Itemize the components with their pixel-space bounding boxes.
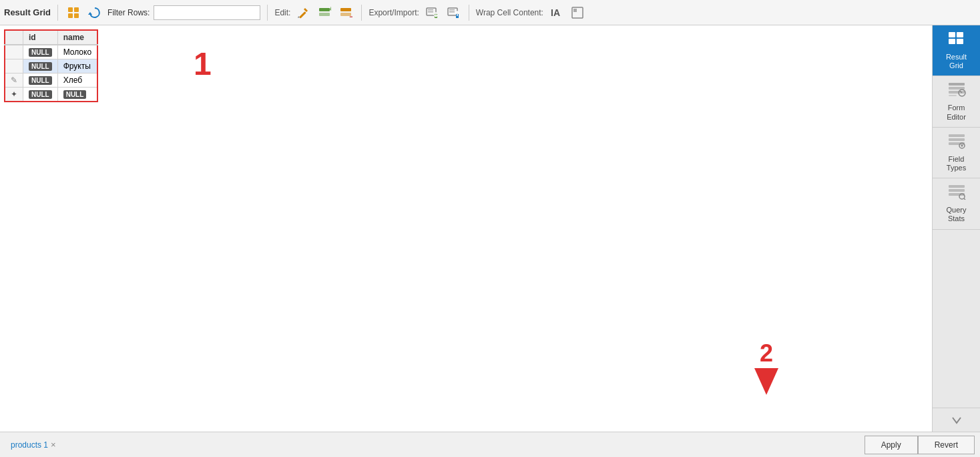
cell-id-3[interactable]: NULL: [23, 73, 58, 88]
main-area: id name NULL Молоко NULL Фрукт: [0, 25, 980, 432]
svg-rect-26: [957, 39, 963, 44]
svg-rect-29: [949, 91, 965, 94]
svg-rect-1: [74, 7, 79, 12]
cell-name-1[interactable]: Молоко: [57, 45, 97, 59]
pencil-icon: [296, 6, 310, 19]
cell-name-4[interactable]: NULL: [57, 88, 97, 102]
result-grid-label: Result Grid: [4, 7, 51, 17]
delete-row-icon: −: [339, 6, 352, 19]
null-badge: NULL: [63, 90, 87, 99]
svg-rect-38: [949, 185, 965, 188]
query-stats-svg: [947, 184, 966, 200]
filter-rows-input[interactable]: [154, 5, 260, 20]
cell-id-2[interactable]: NULL: [23, 59, 58, 73]
table-row[interactable]: ✎ NULL Хлеб: [5, 73, 97, 88]
right-sidebar: ResultGrid FormEditor: [932, 25, 980, 432]
svg-rect-27: [949, 83, 965, 86]
annotation-1: 1: [194, 45, 212, 82]
svg-rect-2: [68, 13, 73, 18]
expand-btn[interactable]: [569, 4, 586, 21]
wrap-cell-btn[interactable]: IA: [547, 4, 565, 21]
svg-line-42: [964, 198, 965, 200]
sidebar-btn-field-types[interactable]: FieldTypes: [933, 128, 981, 178]
svg-rect-39: [949, 189, 965, 192]
svg-rect-15: [428, 9, 433, 11]
grid-icon: [67, 6, 80, 19]
chevron-down-icon: [950, 415, 963, 426]
svg-text:IA: IA: [551, 7, 560, 18]
add-row-icon: +: [318, 6, 331, 19]
row-marker-2: [5, 59, 23, 73]
result-grid-icon: [947, 31, 966, 50]
wrap-cell-label: Wrap Cell Content:: [476, 8, 543, 17]
bottom-bar: products 1 × Apply Revert: [0, 432, 980, 457]
sidebar-btn-form-editor[interactable]: FormEditor: [933, 76, 981, 127]
export-import-label: Export/Import:: [369, 8, 419, 17]
revert-button[interactable]: Revert: [918, 436, 975, 454]
grid-toggle-icon-btn[interactable]: [65, 4, 82, 21]
svg-rect-33: [949, 134, 965, 137]
content-area: id name NULL Молоко NULL Фрукт: [0, 25, 932, 432]
import-btn[interactable]: [445, 4, 462, 21]
refresh-icon: [88, 6, 101, 19]
field-types-icon: [947, 133, 966, 152]
svg-rect-22: [573, 9, 577, 12]
wrap-icon: IA: [549, 6, 563, 19]
toolbar-divider-3: [361, 5, 362, 21]
svg-rect-23: [949, 32, 955, 37]
result-table: id name NULL Молоко NULL Фрукт: [4, 29, 98, 102]
svg-rect-24: [957, 32, 963, 37]
field-types-svg: [947, 133, 966, 149]
null-badge: NULL: [29, 62, 52, 71]
col-header-name[interactable]: name: [57, 30, 97, 45]
sidebar-label-query-stats: QueryStats: [947, 206, 967, 223]
export-icon: [425, 6, 439, 19]
svg-rect-16: [428, 11, 433, 13]
add-row-btn[interactable]: +: [316, 4, 333, 21]
svg-point-37: [961, 144, 963, 146]
row-marker-star: ✦: [5, 88, 23, 102]
cell-name-2[interactable]: Фрукты: [57, 59, 97, 73]
refresh-icon-btn[interactable]: [86, 4, 103, 21]
edit-pencil-btn[interactable]: [294, 4, 312, 21]
svg-rect-8: [319, 8, 330, 11]
cell-name-3[interactable]: Хлеб: [57, 73, 97, 88]
null-badge: NULL: [29, 76, 52, 85]
annotation-2: 2: [754, 341, 778, 395]
table-row[interactable]: NULL Фрукты: [5, 59, 97, 73]
sidebar-btn-result-grid[interactable]: ResultGrid: [933, 25, 981, 76]
toolbar-divider-4: [469, 5, 469, 21]
table-row[interactable]: ✦ NULL NULL: [5, 88, 97, 102]
svg-rect-9: [319, 13, 330, 16]
svg-marker-6: [304, 8, 308, 12]
svg-text:−: −: [349, 12, 352, 19]
sidebar-btn-query-stats[interactable]: QueryStats: [933, 178, 981, 229]
result-grid-svg: [947, 31, 966, 47]
annotation-2-number: 2: [760, 341, 773, 365]
table-row[interactable]: NULL Молоко: [5, 45, 97, 59]
svg-text:+: +: [329, 6, 331, 13]
query-stats-icon: [947, 184, 966, 203]
data-table-wrapper: id name NULL Молоко NULL Фрукт: [0, 25, 102, 106]
tab-label: products 1: [11, 440, 48, 450]
sidebar-chevron-btn[interactable]: [933, 408, 981, 432]
toolbar-divider-2: [267, 5, 268, 21]
form-editor-icon: [947, 82, 966, 101]
col-header-marker: [5, 30, 23, 45]
svg-rect-25: [949, 39, 955, 44]
svg-rect-19: [449, 11, 455, 13]
toolbar-divider-1: [57, 5, 58, 21]
apply-button[interactable]: Apply: [865, 436, 918, 454]
tab-close-btn[interactable]: ×: [51, 440, 56, 450]
svg-rect-0: [68, 7, 73, 12]
col-header-id[interactable]: id: [23, 30, 58, 45]
edit-label: Edit:: [274, 8, 290, 17]
svg-rect-11: [340, 8, 351, 11]
sidebar-label-field-types: FieldTypes: [947, 155, 966, 172]
delete-row-btn[interactable]: −: [337, 4, 354, 21]
tab-products[interactable]: products 1 ×: [5, 437, 61, 452]
svg-rect-5: [299, 11, 306, 19]
cell-id-1[interactable]: NULL: [23, 45, 58, 59]
export-btn[interactable]: [423, 4, 441, 21]
cell-id-4[interactable]: NULL: [23, 88, 58, 102]
